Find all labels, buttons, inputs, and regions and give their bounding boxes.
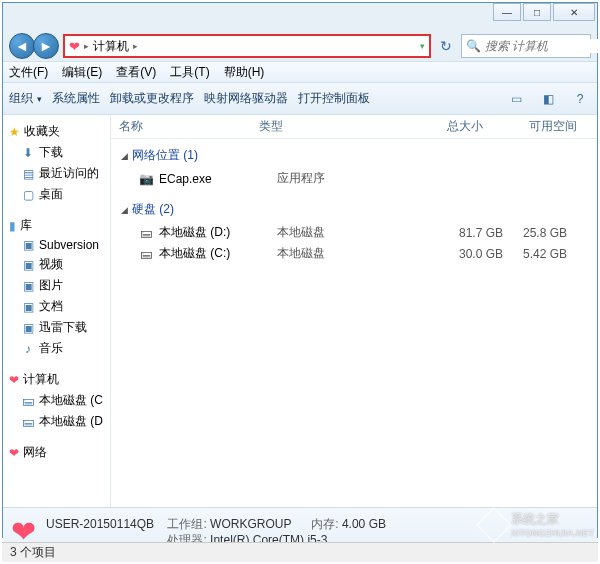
menu-edit[interactable]: 编辑(E) [62,64,102,81]
collapse-icon: ◢ [121,151,128,161]
organize-button[interactable]: 组织 [9,90,42,107]
item-free: 25.8 GB [503,226,587,240]
library-icon: ▮ [9,219,16,233]
computer-icon: ❤ [9,373,19,387]
folder-icon: ▣ [21,238,35,252]
desktop-icon: ▢ [21,188,35,202]
video-icon: ▣ [21,258,35,272]
network-icon: ❤ [9,446,19,460]
menu-view[interactable]: 查看(V) [116,64,156,81]
status-text: 3 个项目 [10,544,56,561]
body: ★收藏夹 ⬇下载 ▤最近访问的 ▢桌面 ▮库 ▣Subversion ▣视频 ▣… [3,115,597,507]
sidebar-libraries: ▮库 ▣Subversion ▣视频 ▣图片 ▣文档 ▣迅雷下载 ♪音乐 [3,215,110,359]
collapse-icon: ◢ [121,205,128,215]
list-item[interactable]: 🖴 本地磁盘 (C:) 本地磁盘 30.0 GB 5.42 GB [121,243,587,264]
sidebar-favorites: ★收藏夹 ⬇下载 ▤最近访问的 ▢桌面 [3,121,110,205]
sidebar-item-disk-d[interactable]: 🖴本地磁盘 (D [3,411,110,432]
help-icon[interactable]: ? [569,88,591,110]
forward-button[interactable]: ► [33,33,59,59]
view-icon[interactable]: ▭ [505,88,527,110]
item-total: 30.0 GB [397,247,503,261]
sidebar-libraries-head[interactable]: ▮库 [3,215,110,236]
search-input[interactable] [485,39,600,53]
computer-name: USER-20150114QB [46,517,154,531]
item-name: 本地磁盘 (D:) [159,224,277,241]
sidebar-item-pictures[interactable]: ▣图片 [3,275,110,296]
maximize-button[interactable]: □ [523,3,551,21]
sidebar-item-disk-c[interactable]: 🖴本地磁盘 (C [3,390,110,411]
refresh-button[interactable]: ↻ [435,35,457,57]
menu-tools[interactable]: 工具(T) [170,64,209,81]
back-button[interactable]: ◄ [9,33,35,59]
control-panel-button[interactable]: 打开控制面板 [298,90,370,107]
minimize-button[interactable]: — [493,3,521,21]
sidebar-favorites-head[interactable]: ★收藏夹 [3,121,110,142]
uninstall-button[interactable]: 卸载或更改程序 [110,90,194,107]
disk-icon: 🖴 [137,247,155,261]
content-pane: 名称 类型 总大小 可用空间 ◢网络位置 (1) 📷 ECap.exe 应用程序… [111,115,597,507]
folder-icon: ▣ [21,321,35,335]
menu-file[interactable]: 文件(F) [9,64,48,81]
breadcrumb-sep: ▸ [133,41,138,51]
search-box[interactable]: 🔍 [461,34,591,58]
download-icon: ⬇ [21,146,35,160]
app-icon: 📷 [137,172,155,186]
col-type[interactable]: 类型 [251,118,371,135]
status-bar: 3 个项目 [2,542,598,562]
workgroup-value: WORKGROUP [210,517,291,531]
section-disks: ◢硬盘 (2) 🖴 本地磁盘 (D:) 本地磁盘 81.7 GB 25.8 GB… [111,193,597,268]
document-icon: ▣ [21,300,35,314]
sidebar-item-xunlei[interactable]: ▣迅雷下载 [3,317,110,338]
sidebar-item-downloads[interactable]: ⬇下载 [3,142,110,163]
breadcrumb-root[interactable]: 计算机 [93,38,129,55]
nav-row: ◄ ► ❤ ▸ 计算机 ▸ ▾ ↻ 🔍 [3,31,597,61]
sidebar-item-desktop[interactable]: ▢桌面 [3,184,110,205]
computer-icon: ❤ [69,39,80,54]
breadcrumb-sep: ▸ [84,41,89,51]
star-icon: ★ [9,125,20,139]
item-free: 5.42 GB [503,247,587,261]
col-free[interactable]: 可用空间 [491,118,597,135]
close-button[interactable]: ✕ [553,3,595,21]
sidebar-item-videos[interactable]: ▣视频 [3,254,110,275]
sidebar-network: ❤网络 [3,442,110,463]
address-bar[interactable]: ❤ ▸ 计算机 ▸ ▾ [63,34,431,58]
sidebar-item-documents[interactable]: ▣文档 [3,296,110,317]
sidebar-computer-head[interactable]: ❤计算机 [3,369,110,390]
map-drive-button[interactable]: 映射网络驱动器 [204,90,288,107]
memory-value: 4.00 GB [342,517,386,531]
item-name: 本地磁盘 (C:) [159,245,277,262]
sidebar-computer: ❤计算机 🖴本地磁盘 (C 🖴本地磁盘 (D [3,369,110,432]
item-type: 本地磁盘 [277,224,397,241]
workgroup-label: 工作组: [167,517,206,531]
list-item[interactable]: 🖴 本地磁盘 (D:) 本地磁盘 81.7 GB 25.8 GB [121,222,587,243]
sidebar-network-head[interactable]: ❤网络 [3,442,110,463]
list-item[interactable]: 📷 ECap.exe 应用程序 [121,168,587,189]
sidebar-item-music[interactable]: ♪音乐 [3,338,110,359]
explorer-window: — □ ✕ ◄ ► ❤ ▸ 计算机 ▸ ▾ ↻ 🔍 文件(F) 编辑(E) 查看… [2,2,598,538]
col-name[interactable]: 名称 [111,118,251,135]
system-properties-button[interactable]: 系统属性 [52,90,100,107]
disk-icon: 🖴 [21,415,35,429]
menu-help[interactable]: 帮助(H) [224,64,265,81]
section-head-disks[interactable]: ◢硬盘 (2) [121,201,587,218]
disk-icon: 🖴 [137,226,155,240]
recent-icon: ▤ [21,167,35,181]
toolbar: 组织 系统属性 卸载或更改程序 映射网络驱动器 打开控制面板 ▭ ◧ ? [3,83,597,115]
sidebar: ★收藏夹 ⬇下载 ▤最近访问的 ▢桌面 ▮库 ▣Subversion ▣视频 ▣… [3,115,111,507]
nav-buttons: ◄ ► [9,33,59,59]
col-total[interactable]: 总大小 [371,118,491,135]
item-total: 81.7 GB [397,226,503,240]
section-head-netloc[interactable]: ◢网络位置 (1) [121,147,587,164]
music-icon: ♪ [21,342,35,356]
preview-icon[interactable]: ◧ [537,88,559,110]
picture-icon: ▣ [21,279,35,293]
address-dropdown[interactable]: ▾ [420,41,425,51]
item-name: ECap.exe [159,172,277,186]
search-icon: 🔍 [466,39,481,53]
memory-label: 内存: [311,517,338,531]
item-type: 本地磁盘 [277,245,397,262]
sidebar-item-subversion[interactable]: ▣Subversion [3,236,110,254]
sidebar-item-recent[interactable]: ▤最近访问的 [3,163,110,184]
item-type: 应用程序 [277,170,397,187]
